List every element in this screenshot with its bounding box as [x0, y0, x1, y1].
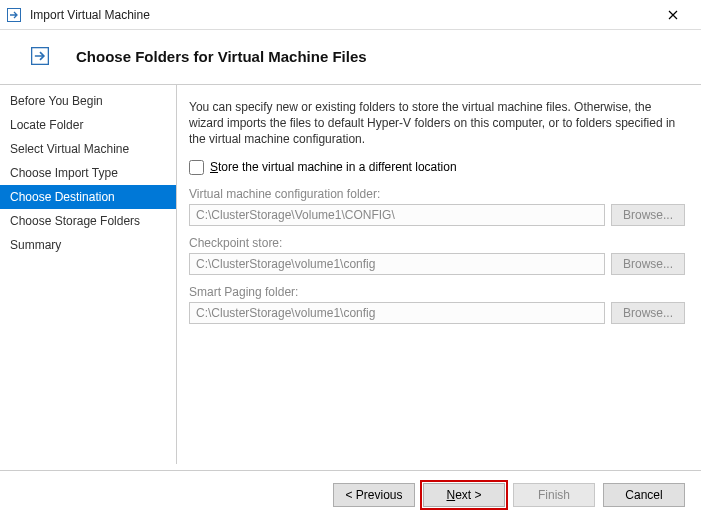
config-folder-browse-button: Browse...	[611, 204, 685, 226]
smart-paging-group: Smart Paging folder: Browse...	[189, 285, 685, 324]
wizard-main: You can specify new or existing folders …	[176, 85, 701, 464]
store-different-location-row: Store the virtual machine in a different…	[189, 160, 685, 175]
checkpoint-store-label: Checkpoint store:	[189, 236, 685, 250]
close-button[interactable]	[653, 0, 693, 30]
wizard-header: Choose Folders for Virtual Machine Files	[0, 30, 701, 84]
checkpoint-store-input	[189, 253, 605, 275]
wizard-sidebar: Before You Begin Locate Folder Select Vi…	[0, 85, 176, 464]
cancel-button[interactable]: Cancel	[603, 483, 685, 507]
config-folder-group: Virtual machine configuration folder: Br…	[189, 187, 685, 226]
config-folder-label: Virtual machine configuration folder:	[189, 187, 685, 201]
finish-button: Finish	[513, 483, 595, 507]
wizard-description: You can specify new or existing folders …	[189, 99, 685, 148]
wizard-footer: < Previous Next > Finish Cancel	[0, 470, 701, 507]
next-button[interactable]: Next >	[423, 483, 505, 507]
sidebar-item-choose-storage-folders[interactable]: Choose Storage Folders	[0, 209, 176, 233]
arrow-right-icon	[6, 7, 22, 23]
smart-paging-browse-button: Browse...	[611, 302, 685, 324]
window-title: Import Virtual Machine	[30, 8, 653, 22]
titlebar: Import Virtual Machine	[0, 0, 701, 30]
store-different-location-checkbox[interactable]	[189, 160, 204, 175]
sidebar-item-select-virtual-machine[interactable]: Select Virtual Machine	[0, 137, 176, 161]
close-icon	[668, 10, 678, 20]
sidebar-item-summary[interactable]: Summary	[0, 233, 176, 257]
smart-paging-label: Smart Paging folder:	[189, 285, 685, 299]
smart-paging-input	[189, 302, 605, 324]
page-title: Choose Folders for Virtual Machine Files	[76, 48, 367, 65]
sidebar-item-choose-destination[interactable]: Choose Destination	[0, 185, 176, 209]
sidebar-item-before-you-begin[interactable]: Before You Begin	[0, 89, 176, 113]
checkpoint-store-browse-button: Browse...	[611, 253, 685, 275]
checkpoint-store-group: Checkpoint store: Browse...	[189, 236, 685, 275]
previous-button[interactable]: < Previous	[333, 483, 415, 507]
config-folder-input	[189, 204, 605, 226]
arrow-right-icon	[28, 44, 52, 68]
sidebar-item-locate-folder[interactable]: Locate Folder	[0, 113, 176, 137]
sidebar-item-choose-import-type[interactable]: Choose Import Type	[0, 161, 176, 185]
store-different-location-label[interactable]: Store the virtual machine in a different…	[210, 160, 457, 174]
